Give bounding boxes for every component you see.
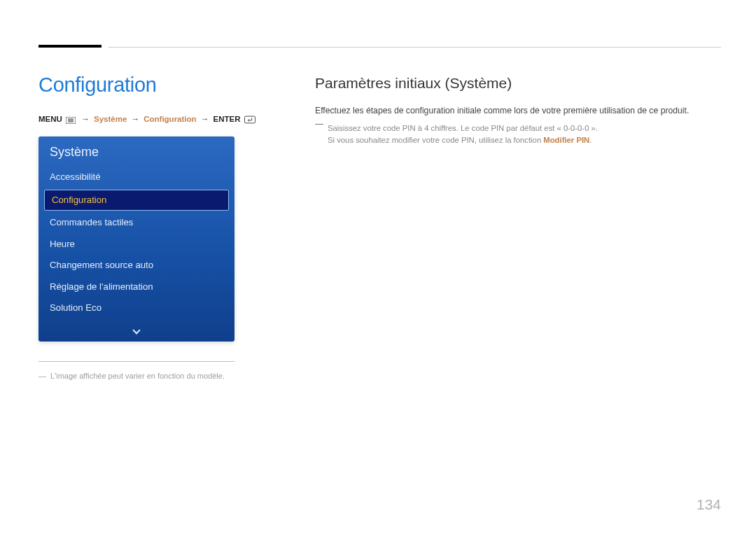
note-line-2: Si vous souhaitez modifier votre code PI…: [328, 134, 721, 147]
breadcrumb-menu-label: MENU: [38, 115, 62, 123]
note-line-2-accent: Modifier PIN: [543, 136, 589, 144]
breadcrumb-configuration: Configuration: [144, 115, 196, 123]
enter-icon: [244, 115, 255, 124]
page-number: 134: [696, 496, 721, 513]
note-line-1: Saisissez votre code PIN à 4 chiffres. L…: [328, 122, 721, 135]
osd-scroll-down[interactable]: [38, 319, 234, 342]
left-footnote-text: L'image affichée peut varier en fonction…: [50, 372, 225, 380]
section-heading: Paramètres initiaux (Système): [315, 75, 721, 92]
left-footnote: ―L'image affichée peut varier en fonctio…: [38, 370, 294, 382]
breadcrumb-enter-label: ENTER: [213, 115, 240, 123]
osd-title: Système: [38, 136, 234, 167]
page-title: Configuration: [38, 73, 294, 97]
osd-item-changement-source-auto[interactable]: Changement source auto: [38, 255, 234, 276]
section-body: Effectuez les étapes de configuration in…: [315, 104, 721, 118]
right-column: Paramètres initiaux (Système) Effectuez …: [294, 73, 721, 381]
left-column: Configuration MENU → Système → Configura…: [38, 73, 294, 381]
top-accent-bar: [38, 45, 102, 48]
osd-item-solution-eco[interactable]: Solution Eco: [38, 297, 234, 318]
menu-icon: [66, 115, 76, 124]
osd-item-commandes-tactiles[interactable]: Commandes tactiles: [38, 212, 234, 233]
osd-item-heure[interactable]: Heure: [38, 234, 234, 255]
note-rule: [315, 124, 323, 125]
osd-item-configuration[interactable]: Configuration: [44, 190, 229, 211]
note-line-2-prefix: Si vous souhaitez modifier votre code PI…: [328, 136, 543, 144]
breadcrumb-arrow-icon: →: [201, 115, 209, 123]
svg-rect-4: [244, 117, 255, 124]
note-line-2-suffix: .: [589, 136, 592, 144]
osd-menu-list: Accessibilité Configuration Commandes ta…: [38, 167, 234, 318]
osd-menu-panel: Système Accessibilité Configuration Comm…: [38, 136, 234, 341]
breadcrumb-arrow-icon: →: [81, 115, 90, 123]
osd-item-accessibilite[interactable]: Accessibilité: [38, 167, 234, 188]
breadcrumb: MENU → Système → Configuration → ENTER: [38, 115, 294, 124]
left-divider: [38, 361, 234, 362]
top-horizontal-rule: [108, 47, 721, 48]
breadcrumb-systeme: Système: [94, 115, 127, 123]
breadcrumb-arrow-icon: →: [132, 115, 140, 123]
chevron-down-icon: [132, 326, 140, 334]
osd-item-reglage-alimentation[interactable]: Réglage de l'alimentation: [38, 276, 234, 297]
pin-note-block: Saisissez votre code PIN à 4 chiffres. L…: [315, 122, 721, 147]
